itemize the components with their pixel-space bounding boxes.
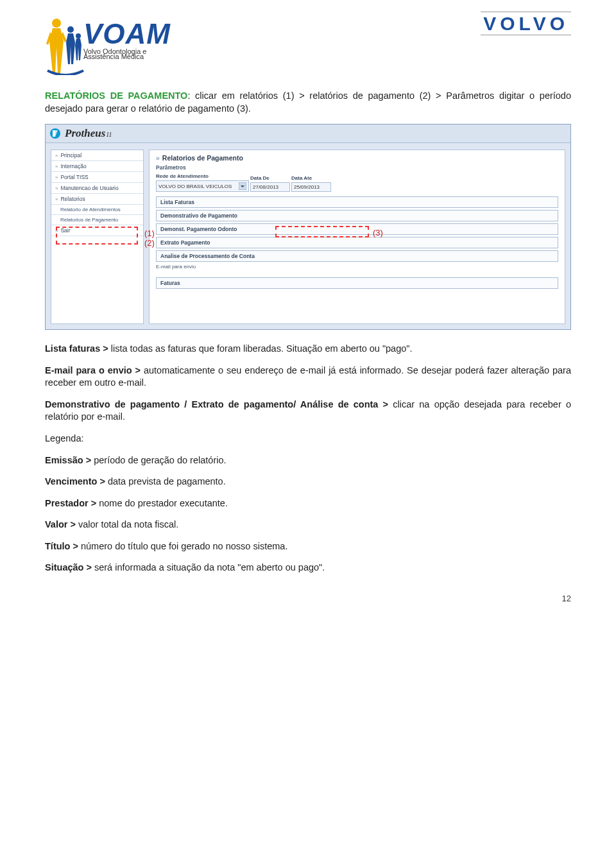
- para-demonstrativo: Demonstrativo de pagamento / Extrato de …: [45, 399, 571, 424]
- nav-sub-atendimentos[interactable]: Relatorio de Atendimentos: [51, 205, 143, 215]
- nav-item-portal-tiss[interactable]: »Portal TISS: [51, 172, 143, 183]
- faturas-label[interactable]: Faturas: [156, 277, 558, 289]
- header-logos: VOAM Volvo Odontologia e Assistência Méd…: [45, 0, 571, 90]
- link-analise[interactable]: Analise de Processamento de Conta: [156, 250, 558, 262]
- voam-logo-subtitle-2: Assistência Médica: [83, 53, 171, 60]
- data-ate-field[interactable]: 25/09/2013: [291, 182, 331, 192]
- screenshot: Protheus11 Plano de Saúde »Principal »In…: [45, 124, 571, 330]
- link-lista-faturas[interactable]: Lista Faturas: [156, 196, 558, 208]
- intro-lead: RELATÓRIOS DE PAGAMENTO: [45, 90, 187, 101]
- nav-item-internacao[interactable]: »Internação: [51, 161, 143, 172]
- intro-paragraph: RELATÓRIOS DE PAGAMENTO: clicar em relat…: [45, 90, 571, 115]
- svg-point-2: [76, 33, 81, 39]
- para-legenda: Legenda:: [45, 433, 571, 445]
- para-titulo: Título > número do título que foi gerado…: [45, 540, 571, 553]
- panel-title: »Relatorios de Pagamento: [150, 150, 565, 163]
- params-row: Rede de Atendimento VOLVO DO BRASIL VEIC…: [150, 172, 565, 194]
- svg-point-1: [67, 26, 74, 33]
- annotation-1: (1): [144, 228, 155, 238]
- voam-logo-text: VOAM: [83, 18, 171, 50]
- app-logo-icon: [49, 128, 61, 139]
- params-section-label: Parâmetros: [150, 163, 565, 172]
- app-title: Protheus: [65, 127, 105, 139]
- data-de-label: Data De: [250, 175, 290, 182]
- volvo-logo: VOLVO: [481, 13, 571, 35]
- annotation-box-3: [275, 226, 369, 237]
- para-situacao: Situação > será informada a situação da …: [45, 562, 571, 574]
- para-lista-faturas: Lista faturas > lista todas as faturas q…: [45, 343, 571, 356]
- rede-label: Rede de Atendimento: [156, 173, 249, 180]
- nav-sub-pagamento[interactable]: Relatorios de Pagamento: [51, 215, 143, 225]
- voam-figures-icon: [45, 14, 85, 75]
- para-emissao: Emissão > período de geração do relatóri…: [45, 454, 571, 467]
- link-demonstrativo[interactable]: Demonstrativo de Pagamento: [156, 210, 558, 221]
- chevron-down-icon: [239, 182, 246, 190]
- email-label: E-mail para envio: [156, 264, 558, 270]
- annotation-3: (3): [373, 228, 383, 237]
- data-ate-label: Data Ate: [291, 175, 331, 182]
- nav-item-manutencao[interactable]: »Manutencao de Usuario: [51, 183, 143, 194]
- para-prestador: Prestador > nome do prestador executante…: [45, 497, 571, 510]
- page-number: 12: [45, 594, 571, 603]
- voam-logo: VOAM Volvo Odontologia e Assistência Méd…: [45, 13, 186, 83]
- data-de-field[interactable]: 27/08/2013: [250, 182, 290, 192]
- app-titlebar: Protheus11: [46, 125, 570, 143]
- annotation-2: (2): [144, 238, 155, 248]
- para-vencimento: Vencimento > data prevista de pagamento.: [45, 476, 571, 488]
- app-version: 11: [106, 131, 112, 138]
- svg-point-0: [52, 19, 61, 28]
- para-valor: Valor > valor total da nota fiscal.: [45, 519, 571, 531]
- para-email-envio: E-mail para o envio > automaticamente o …: [45, 365, 571, 390]
- annotation-box-1: [56, 227, 138, 245]
- nav-item-relatorios[interactable]: »Relatorios: [51, 194, 143, 205]
- volvo-logo-text: VOLVO: [481, 12, 571, 35]
- link-extrato[interactable]: Extrato Pagamento: [156, 237, 558, 248]
- rede-dropdown[interactable]: VOLVO DO BRASIL VEICULOS: [156, 180, 249, 192]
- nav-item-principal[interactable]: »Principal: [51, 150, 143, 161]
